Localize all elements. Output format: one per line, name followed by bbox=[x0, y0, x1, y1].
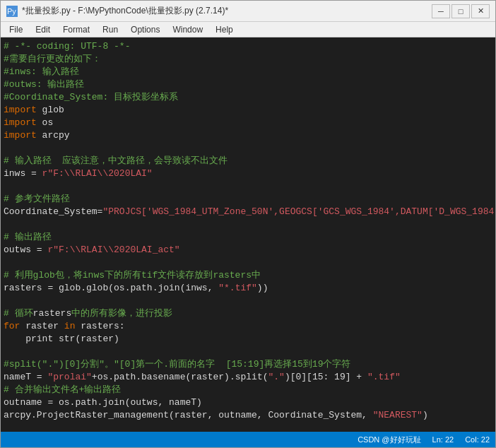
code-line: Coordinate_System="PROJCS['WGS_1984_UTM_… bbox=[4, 206, 490, 218]
menu-edit[interactable]: Edit bbox=[30, 23, 56, 36]
code-line: #需要自行更改的如下： bbox=[4, 53, 490, 66]
close-button[interactable]: ✕ bbox=[471, 4, 490, 18]
code-line: # 利用glob包，将inws下的所有tif文件读存放到rasters中 bbox=[4, 269, 490, 282]
minimize-button[interactable]: ─ bbox=[432, 4, 450, 18]
code-line bbox=[4, 142, 490, 155]
code-line: #split(".")[0]分割"。"[0]第一个.前面的名字 [15:19]再… bbox=[4, 358, 490, 371]
code-line: outname = os.path.join(outws, nameT) bbox=[4, 396, 490, 409]
code-area: # -*- coding: UTF-8 -*- #需要自行更改的如下： #inw… bbox=[1, 40, 495, 432]
menu-file[interactable]: File bbox=[4, 23, 28, 36]
code-line: for raster in rasters: bbox=[4, 320, 490, 333]
menu-format[interactable]: Format bbox=[57, 23, 95, 36]
menu-run[interactable]: Run bbox=[97, 23, 124, 36]
code-line: #Coordinate_System: 目标投影坐标系 bbox=[4, 91, 490, 104]
menu-window[interactable]: Window bbox=[167, 23, 208, 36]
editor-content[interactable]: # -*- coding: UTF-8 -*- #需要自行更改的如下： #inw… bbox=[1, 37, 495, 432]
code-line: import glob bbox=[4, 104, 490, 117]
code-line: # 输出路径 bbox=[4, 231, 490, 244]
title-bar-left: Py *批量投影.py - F:\MyPythonCode\批量投影.py (2… bbox=[6, 5, 228, 17]
code-line: # 输入路径 应该注意，中文路径，会导致读不出文件 bbox=[4, 155, 490, 167]
code-line: outws = r"F:\\RLAI\\2020LAI_act" bbox=[4, 244, 490, 257]
code-line: # -*- coding: UTF-8 -*- bbox=[4, 40, 490, 53]
code-line bbox=[4, 257, 490, 269]
code-line bbox=[4, 346, 490, 358]
window-title: *批量投影.py - F:\MyPythonCode\批量投影.py (2.7.… bbox=[22, 5, 228, 17]
code-line bbox=[4, 218, 490, 231]
code-line: import arcpy bbox=[4, 129, 490, 142]
col-status: Col: 22 bbox=[465, 435, 490, 444]
code-line: #inws: 输入路径 bbox=[4, 66, 490, 78]
app-icon: Py bbox=[6, 6, 18, 17]
code-line: print str(raster) bbox=[4, 333, 490, 346]
title-bar-buttons: ─ □ ✕ bbox=[432, 4, 490, 18]
code-line: import os bbox=[4, 117, 490, 129]
svg-text:Py: Py bbox=[7, 7, 16, 16]
code-line bbox=[4, 422, 490, 432]
ln-status: Ln: 22 bbox=[432, 435, 454, 444]
code-line: # 合并输出文件名+输出路径 bbox=[4, 384, 490, 396]
code-line: inws = r"F:\\RLAI\\2020LAI" bbox=[4, 167, 490, 180]
code-line: rasters = glob.glob(os.path.join(inws, "… bbox=[4, 282, 490, 295]
main-window: Py *批量投影.py - F:\MyPythonCode\批量投影.py (2… bbox=[0, 0, 496, 448]
menu-bar: File Edit Format Run Options Window Help bbox=[1, 22, 495, 37]
code-line bbox=[4, 180, 490, 193]
maximize-button[interactable]: □ bbox=[451, 4, 470, 18]
watermark-text: CSDN @好好玩耻 bbox=[358, 435, 420, 445]
title-bar: Py *批量投影.py - F:\MyPythonCode\批量投影.py (2… bbox=[1, 1, 495, 22]
code-line: # 参考文件路径 bbox=[4, 193, 490, 206]
menu-options[interactable]: Options bbox=[125, 23, 165, 36]
editor-container: # -*- coding: UTF-8 -*- #需要自行更改的如下： #inw… bbox=[1, 37, 495, 432]
status-right: CSDN @好好玩耻 Ln: 22 Col: 22 bbox=[358, 435, 490, 445]
code-line: # 循环rasters中的所有影像，进行投影 bbox=[4, 307, 490, 320]
status-bar: CSDN @好好玩耻 Ln: 22 Col: 22 bbox=[1, 432, 495, 447]
code-line: nameT = "prolai"+os.path.basename(raster… bbox=[4, 371, 490, 384]
code-line: arcpy.ProjectRaster_management(raster, o… bbox=[4, 409, 490, 422]
code-line bbox=[4, 295, 490, 307]
code-line: #outws: 输出路径 bbox=[4, 78, 490, 91]
menu-help[interactable]: Help bbox=[210, 23, 239, 36]
